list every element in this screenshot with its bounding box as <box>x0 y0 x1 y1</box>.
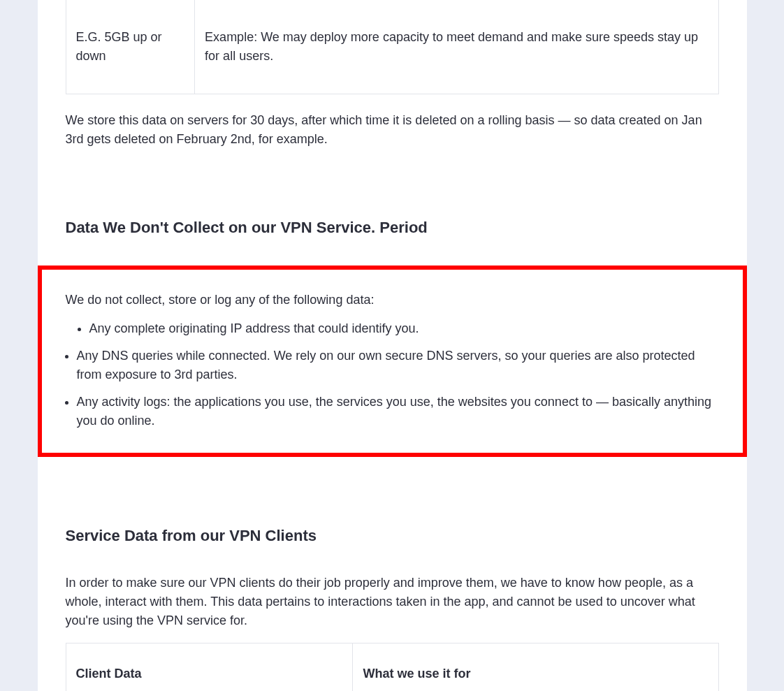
not-collect-list-inner: Any complete originating IP address that… <box>66 319 719 338</box>
capacity-example-left: E.G. 5GB up or down <box>66 0 195 94</box>
heading-not-collect: Data We Don't Collect on our VPN Service… <box>66 216 719 239</box>
not-collect-list-outer: Any DNS queries while connected. We rely… <box>66 347 719 430</box>
not-collect-intro: We do not collect, store or log any of t… <box>66 291 719 310</box>
storage-retention-note: We store this data on servers for 30 day… <box>66 111 719 149</box>
heading-service-data-clients: Service Data from our VPN Clients <box>66 524 719 547</box>
list-item: Any complete originating IP address that… <box>89 319 719 338</box>
th-what-we-use: What we use it for <box>353 643 718 692</box>
clients-intro: In order to make sure our VPN clients do… <box>66 574 719 630</box>
table-header-row: Client Data What we use it for <box>66 643 718 692</box>
list-item: Any DNS queries while connected. We rely… <box>77 347 719 384</box>
list-item: Any activity logs: the applications you … <box>77 393 719 430</box>
th-client-data: Client Data <box>66 643 353 692</box>
table-row: E.G. 5GB up or down Example: We may depl… <box>66 0 718 94</box>
highlight-box-not-collect: We do not collect, store or log any of t… <box>38 266 747 457</box>
client-data-table: Client Data What we use it for OS Versio… <box>66 643 719 691</box>
capacity-table: E.G. 5GB up or down Example: We may depl… <box>66 0 719 94</box>
content-area: E.G. 5GB up or down Example: We may depl… <box>38 0 747 691</box>
document-page: E.G. 5GB up or down Example: We may depl… <box>38 0 747 691</box>
capacity-example-right: Example: We may deploy more capacity to … <box>195 0 718 94</box>
